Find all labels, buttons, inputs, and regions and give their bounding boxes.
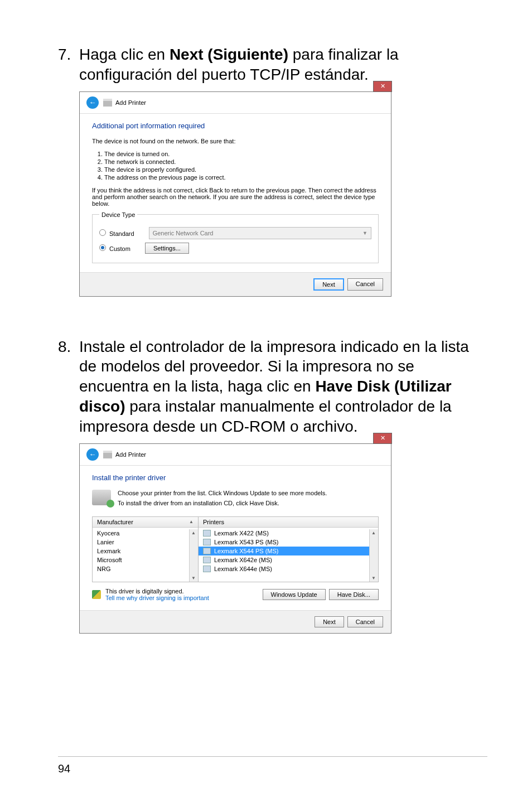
signing-link[interactable]: Tell me why driver signing is important (105, 595, 209, 601)
add-printer-dialog-2: ✕ ← Add Printer Install the printer driv… (79, 443, 391, 634)
printer-items: Lexmark X422 (MS) Lexmark X543 PS (MS) L… (199, 528, 378, 574)
dialog-1-container: ✕ ← Add Printer Additional port informat… (79, 91, 487, 297)
printer-label: Lexmark X544 PS (MS) (214, 548, 279, 554)
list-item[interactable]: Lexmark X422 (MS) (199, 529, 378, 538)
bullet-4: The address on the previous page is corr… (104, 173, 379, 181)
dialog-1-body: Additional port information required The… (80, 114, 391, 272)
manufacturer-header[interactable]: Manufacturer ▲ (93, 517, 198, 528)
signed-text: This driver is digitally signed. (105, 588, 209, 595)
choose-row: Choose your printer from the list. Click… (92, 490, 379, 506)
close-button-2[interactable]: ✕ (373, 433, 392, 444)
dialog-1-title: Add Printer (115, 99, 146, 106)
list-item[interactable]: Lexmark X543 PS (MS) (199, 538, 378, 547)
back-icon[interactable]: ← (86, 448, 99, 461)
printer-model-icon (203, 557, 211, 563)
printers-header-label: Printers (203, 519, 224, 525)
next-button[interactable]: Next (313, 278, 344, 291)
manufacturer-label: Lanier (97, 539, 114, 545)
bullet-2: The network is connected. (104, 158, 379, 166)
printer-label: Lexmark X644e (MS) (214, 566, 272, 572)
choose-line-2: To install the driver from an installati… (118, 500, 327, 506)
signed-text-block: This driver is digitally signed. Tell me… (105, 588, 209, 601)
manufacturer-column: Manufacturer ▲ Kyocera Lanier Lexmark Mi… (93, 517, 199, 582)
info-line: The device is not found on the network. … (92, 138, 379, 144)
close-button[interactable]: ✕ (373, 81, 392, 92)
combo-value: Generic Network Card (153, 230, 214, 236)
dialog-2-title: Add Printer (115, 451, 146, 458)
list-item[interactable]: NRG (93, 564, 198, 573)
step-7-before: Haga clic en (79, 46, 170, 63)
info-paragraph: If you think the address is not correct,… (92, 187, 379, 207)
list-item[interactable]: Kyocera (93, 529, 198, 538)
printer-model-icon (203, 530, 211, 537)
custom-row: Custom Settings... (99, 243, 371, 254)
step-8-after: para instalar manualmente el controlador… (79, 398, 452, 435)
radio-custom[interactable]: Custom (99, 244, 130, 252)
device-type-combo[interactable]: Generic Network Card ▼ (149, 227, 371, 239)
shield-icon (92, 590, 101, 599)
choose-line-1: Choose your printer from the list. Click… (118, 490, 327, 496)
printer-model-icon (203, 548, 211, 554)
step-8-number: 8. (58, 337, 79, 357)
install-driver-icon (92, 490, 111, 505)
list-item[interactable]: Lexmark X642e (MS) (199, 555, 378, 564)
step-7: 7. Haga clic en Next (Siguiente) para fi… (58, 45, 487, 297)
bullet-list: The device is turned on. The network is … (104, 150, 379, 181)
right-buttons: Windows Update Have Disk... (263, 589, 379, 600)
dialog-2-container: ✕ ← Add Printer Install the printer driv… (79, 443, 487, 634)
list-item[interactable]: Lexmark X644e (MS) (199, 564, 378, 573)
page-footer: 94 (0, 756, 532, 775)
dialog-2-section-title: Install the printer driver (92, 474, 379, 482)
have-disk-button[interactable]: Have Disk... (329, 589, 379, 600)
scrollbar[interactable] (369, 529, 378, 582)
footer-rule (58, 756, 487, 757)
list-item[interactable]: Microsoft (93, 555, 198, 564)
step-8-text: Instale el controlador de la impresora i… (79, 337, 487, 437)
manufacturer-header-label: Manufacturer (97, 519, 133, 525)
signed-row: This driver is digitally signed. Tell me… (92, 588, 379, 601)
printers-column: Printers Lexmark X422 (MS) Lexmark X543 … (199, 517, 378, 582)
dialog-1-footer: Next Cancel (80, 272, 391, 296)
printer-label: Lexmark X543 PS (MS) (214, 539, 279, 545)
radio-standard-label: Standard (109, 230, 134, 237)
dialog-2-footer: Next Cancel (80, 610, 391, 633)
cancel-button[interactable]: Cancel (347, 278, 383, 291)
next-button[interactable]: Next (315, 616, 344, 627)
close-icon: ✕ (380, 83, 385, 90)
printers-header[interactable]: Printers (199, 517, 378, 528)
printer-icon (103, 451, 112, 458)
close-icon: ✕ (380, 434, 385, 442)
list-item[interactable]: Lexmark (93, 547, 198, 555)
step-7-number: 7. (58, 45, 79, 65)
printer-label: Lexmark X422 (MS) (214, 530, 269, 537)
manufacturer-label: Lexmark (97, 548, 120, 554)
printer-label: Lexmark X642e (MS) (214, 557, 272, 563)
step-8: 8. Instale el controlador de la impresor… (58, 337, 487, 634)
manufacturer-label: Kyocera (97, 530, 119, 537)
windows-update-button[interactable]: Windows Update (263, 589, 326, 600)
printer-model-icon (203, 566, 211, 572)
back-icon[interactable]: ← (86, 96, 99, 109)
cancel-button[interactable]: Cancel (347, 616, 383, 627)
dialog-1-header: ← Add Printer (80, 92, 391, 114)
dialog-2-body: Install the printer driver Choose your p… (80, 466, 391, 610)
dialog-2-header: ← Add Printer (80, 444, 391, 466)
page-number: 94 (58, 762, 487, 775)
driver-list-area: Manufacturer ▲ Kyocera Lanier Lexmark Mi… (92, 516, 379, 582)
sort-up-icon: ▲ (189, 519, 194, 524)
radio-standard[interactable]: Standard (99, 229, 134, 237)
step-7-text: Haga clic en Next (Siguiente) para final… (79, 45, 487, 85)
list-item[interactable]: Lanier (93, 538, 198, 547)
settings-button[interactable]: Settings... (145, 243, 189, 254)
step-7-bold: Next (Siguiente) (170, 46, 288, 63)
standard-row: Standard Generic Network Card ▼ (99, 227, 371, 239)
manufacturer-label: Microsoft (97, 557, 122, 563)
dialog-1-section-title: Additional port information required (92, 122, 379, 130)
page-content: 7. Haga clic en Next (Siguiente) para fi… (0, 0, 532, 634)
printer-model-icon (203, 539, 211, 545)
device-type-fieldset: Device Type Standard Generic Network Car… (92, 211, 379, 263)
manufacturer-items: Kyocera Lanier Lexmark Microsoft NRG (93, 528, 198, 574)
chevron-down-icon: ▼ (362, 230, 367, 236)
list-item[interactable]: Lexmark X544 PS (MS) (199, 547, 378, 555)
scrollbar[interactable] (189, 529, 198, 582)
